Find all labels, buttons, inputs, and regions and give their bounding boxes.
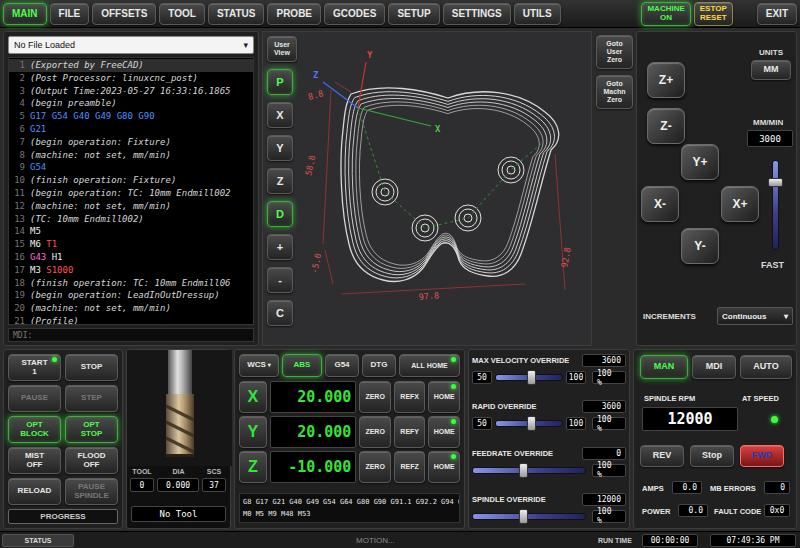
menu-status-button[interactable]: STATUS <box>208 3 265 25</box>
slider-handle[interactable] <box>527 416 536 431</box>
at-speed-label: AT SPEED <box>742 394 779 403</box>
viewport-c-button[interactable]: C <box>267 300 293 326</box>
cycle-opt-stop-button[interactable]: OPTSTOP <box>65 416 118 443</box>
estop-reset-button[interactable]: ESTOP RESET <box>694 2 733 26</box>
g54-button[interactable]: G54 <box>325 354 359 377</box>
gcode-segment: G43 <box>30 251 46 264</box>
goto-machine-zero-l1: Goto <box>606 80 622 88</box>
cycle-pause-spindle-button[interactable]: PAUSESPINDLE <box>65 478 118 505</box>
override-spindle: SPINDLE OVERRIDE12000100 % <box>472 493 626 524</box>
gcode-line: 15M6 T1 <box>9 238 253 251</box>
viewport-x-button[interactable]: X <box>267 102 293 128</box>
dropdown-arrow-icon: ▾ <box>784 312 788 321</box>
menu-utils-button[interactable]: UTILS <box>514 3 561 25</box>
units-mm-button[interactable]: MM <box>751 60 791 80</box>
viewport-plus-button[interactable]: + <box>267 234 293 260</box>
zero-y-button[interactable]: ZERO <box>359 416 391 448</box>
machine-on-button[interactable]: MACHINE ON <box>641 2 690 26</box>
jog-speed-slider[interactable] <box>768 160 783 250</box>
home-x-button[interactable]: HOME <box>428 381 460 413</box>
exit-button[interactable]: EXIT <box>757 3 797 25</box>
cycle-mist-button[interactable]: MISTOFF <box>8 447 61 474</box>
override-slider[interactable] <box>495 416 563 431</box>
mdi-mode-button[interactable]: MDI <box>692 355 736 379</box>
gcode-line: 17M3 S1000 <box>9 264 253 277</box>
dtg-button[interactable]: DTG <box>362 354 396 377</box>
wcs-button[interactable]: WCS ▾ <box>239 354 279 377</box>
mdi-input[interactable]: MDI: <box>8 328 254 342</box>
spindle-rev-button[interactable]: REV <box>640 445 684 467</box>
slider-handle[interactable] <box>527 370 536 385</box>
cycle-pause-button[interactable]: PAUSE <box>8 385 61 412</box>
abs-button[interactable]: ABS <box>282 354 322 377</box>
status-bar: STATUS MOTION... RUN TIME 00:00:00 07:49… <box>0 531 800 548</box>
override-label: RAPID OVERRIDE <box>472 402 537 411</box>
gcode-line-number: 15 <box>9 238 25 251</box>
increments-dropdown[interactable]: Continuous ▾ <box>717 307 793 325</box>
axis-letter-y[interactable]: Y <box>239 416 267 448</box>
auto-mode-button[interactable]: AUTO <box>740 355 792 379</box>
home-y-button[interactable]: HOME <box>428 416 460 448</box>
menu-file-button[interactable]: FILE <box>50 3 90 25</box>
file-selector[interactable]: No File Loaded ▾ <box>8 36 254 54</box>
estop-line2: RESET <box>700 14 727 23</box>
slider-handle[interactable] <box>519 463 528 478</box>
cycle-stop-button[interactable]: STOP <box>65 354 118 381</box>
slider-handle[interactable] <box>519 509 528 524</box>
viewport-y-button[interactable]: Y <box>267 135 293 161</box>
zero-z-button[interactable]: ZERO <box>359 451 391 483</box>
override-slider[interactable] <box>472 509 586 524</box>
menu-probe-button[interactable]: PROBE <box>267 3 321 25</box>
fault-code-label: FAULT CODE <box>714 507 761 516</box>
gcode-segment: (begin operation: Fixture) <box>30 136 171 149</box>
viewport-d-button[interactable]: D <box>267 201 293 227</box>
jog-x-minus-button[interactable]: X- <box>641 186 679 222</box>
man-mode-button[interactable]: MAN <box>640 355 688 379</box>
axis-letter-z[interactable]: Z <box>239 451 267 483</box>
gcode-editor[interactable]: 1(Exported by FreeCAD)2(Post Processor: … <box>8 57 254 325</box>
gcode-line-number: 18 <box>9 277 25 290</box>
menu-main-button[interactable]: MAIN <box>3 3 47 25</box>
override-slider[interactable] <box>472 463 586 478</box>
ref-z-button[interactable]: REFZ <box>394 451 426 483</box>
viewport-user-view-button[interactable]: UserView <box>267 36 297 62</box>
zero-x-button[interactable]: ZERO <box>359 381 391 413</box>
spindle-fwd-button[interactable]: FWD <box>740 445 784 467</box>
viewport-z-button[interactable]: Z <box>267 168 293 194</box>
cycle-step-button[interactable]: STEP <box>65 385 118 412</box>
tool-scs-label: SCS <box>200 468 228 475</box>
menu-offsets-button[interactable]: OFFSETS <box>92 3 156 25</box>
menu-gcodes-button[interactable]: GCODES <box>324 3 385 25</box>
cycle-reload-button[interactable]: RELOAD <box>8 478 61 505</box>
toolpath-viewport[interactable]: Y X Z 8.8 58.8 -5.0 97.8 92.8 UserViewPX… <box>262 31 592 346</box>
power-value: 0.0 <box>678 504 708 517</box>
jog-x-plus-button[interactable]: X+ <box>721 186 759 222</box>
menu-settings-button[interactable]: SETTINGS <box>443 3 511 25</box>
jog-y-plus-button[interactable]: Y+ <box>681 144 719 180</box>
jog-z-plus-button[interactable]: Z+ <box>647 62 685 98</box>
cycle-start-button[interactable]: START1 <box>8 354 61 381</box>
amps-label: AMPS <box>642 484 664 493</box>
override-min: 50 <box>472 417 492 430</box>
viewport-p-button[interactable]: P <box>267 69 293 95</box>
menu-tool-button[interactable]: TOOL <box>159 3 205 25</box>
home-z-button[interactable]: HOME <box>428 451 460 483</box>
dro-panel: WCS ▾ ABS G54 DTG ALL HOME X20.000ZERORE… <box>234 349 465 529</box>
spindle-stop-button[interactable]: Stop <box>690 445 734 467</box>
override-slider[interactable] <box>495 370 563 385</box>
goto-machine-zero-button[interactable]: Goto Machn Zero <box>596 75 633 109</box>
menu-setup-button[interactable]: SETUP <box>388 3 439 25</box>
slider-handle[interactable] <box>768 178 783 187</box>
cycle-opt-block-button[interactable]: OPTBLOCK <box>8 416 61 443</box>
axis-letter-x[interactable]: X <box>239 381 267 413</box>
dim-top-left: 8.8 <box>307 88 324 102</box>
cycle-flood-button[interactable]: FLOODOFF <box>65 447 118 474</box>
all-home-button[interactable]: ALL HOME <box>399 354 460 377</box>
viewport-minus-button[interactable]: - <box>267 267 293 293</box>
ref-x-button[interactable]: REFX <box>394 381 426 413</box>
goto-user-zero-button[interactable]: Goto User Zero <box>596 35 633 69</box>
jog-z-minus-button[interactable]: Z- <box>647 108 685 144</box>
ref-y-button[interactable]: REFY <box>394 416 426 448</box>
jog-y-minus-button[interactable]: Y- <box>681 228 719 264</box>
gcode-line: 14M5 <box>9 225 253 238</box>
